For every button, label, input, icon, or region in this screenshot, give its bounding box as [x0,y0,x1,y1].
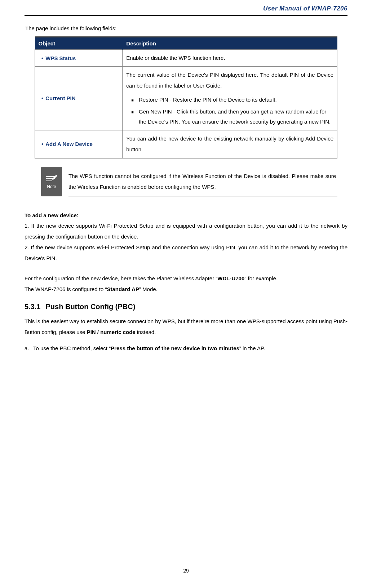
add-device-step-1: 1. If the new device supports Wi-Fi Prot… [25,220,347,242]
list-item-a: a. To use the PBC method, select “Press … [25,343,347,354]
item-a-bold: Press the button of the new device in tw… [111,345,239,351]
description-cell: Enable or disable the WPS function here. [123,50,337,67]
add-device-step-2: 2. If the new device supports Wi-Fi Prot… [25,242,347,264]
fields-table: Object Description •WPS Status Enable or… [35,36,337,159]
object-label: Current PIN [45,95,75,101]
description-bullet: ■ Restore PIN - Restore the PIN of the D… [126,95,333,105]
pbc-para-suffix: instead. [136,329,156,335]
bullet-icon: • [41,95,43,101]
square-bullet-icon: ■ [131,95,134,104]
bullet-text: Restore PIN - Restore the PIN of the Dev… [139,95,333,105]
svg-rect-0 [46,176,55,177]
page-header-title: User Manual of WNAP-7206 [25,0,347,15]
pbc-para-bold: PIN / numeric code [87,329,136,335]
table-header-object: Object [35,37,123,50]
note-icon: Note [41,167,62,196]
bullet-icon: • [41,141,43,147]
bullet-icon: • [41,55,43,61]
table-row: •WPS Status Enable or disable the WPS fu… [35,50,337,67]
svg-rect-2 [46,181,52,181]
table-header-description: Description [123,37,337,50]
pbc-paragraph: This is the easiest way to establish sec… [25,316,347,338]
object-cell: •Current PIN [35,67,123,130]
mode-bold: Standard AP [107,286,139,292]
table-row: •Current PIN The current value of the De… [35,67,337,130]
list-text: To use the PBC method, select “Press the… [33,343,347,354]
page-footer: -29- [0,568,372,574]
note-label: Note [47,184,56,189]
item-a-suffix: ” in the AP. [239,345,265,351]
mode-prefix: The WNAP-7206 is configured to “ [25,286,107,292]
add-device-heading: To add a new device: [25,212,347,218]
section-heading-531: 5.3.1Push Button Config (PBC) [25,303,347,311]
example-model-bold: WDL-U700 [217,275,244,281]
example-prefix: For the configuration of the new device,… [25,275,217,281]
section-title: Push Button Config (PBC) [45,303,135,311]
example-suffix: ” for example. [244,275,278,281]
description-cell: You can add the new device to the existi… [123,130,337,158]
intro-text: The page includes the following fields: [25,25,347,31]
mode-paragraph: The WNAP-7206 is configured to “Standard… [25,284,347,295]
description-intro: The current value of the Device's PIN di… [126,70,333,91]
mode-suffix: ” Mode. [139,286,158,292]
description-cell: The current value of the Device's PIN di… [123,67,337,130]
note-text: The WPS function cannot be configured if… [68,167,337,196]
object-label: Add A New Device [45,141,93,147]
section-number: 5.3.1 [25,303,40,311]
list-marker: a. [25,343,33,354]
example-paragraph: For the configuration of the new device,… [25,273,347,284]
description-bullet: ■ Gen New PIN - Click this button, and t… [126,107,333,127]
header-rule [25,15,347,16]
item-a-prefix: To use the PBC method, select “ [33,345,111,351]
square-bullet-icon: ■ [131,107,134,116]
bullet-text: Gen New PIN - Click this button, and the… [139,107,333,127]
object-cell: •WPS Status [35,50,123,67]
object-cell: •Add A New Device [35,130,123,158]
table-row: •Add A New Device You can add the new de… [35,130,337,158]
svg-marker-3 [53,175,57,179]
pencil-note-icon [45,174,58,183]
object-label: WPS Status [45,55,76,61]
note-block: Note The WPS function cannot be configur… [41,167,337,196]
pbc-para-prefix: This is the easiest way to establish sec… [25,318,347,335]
